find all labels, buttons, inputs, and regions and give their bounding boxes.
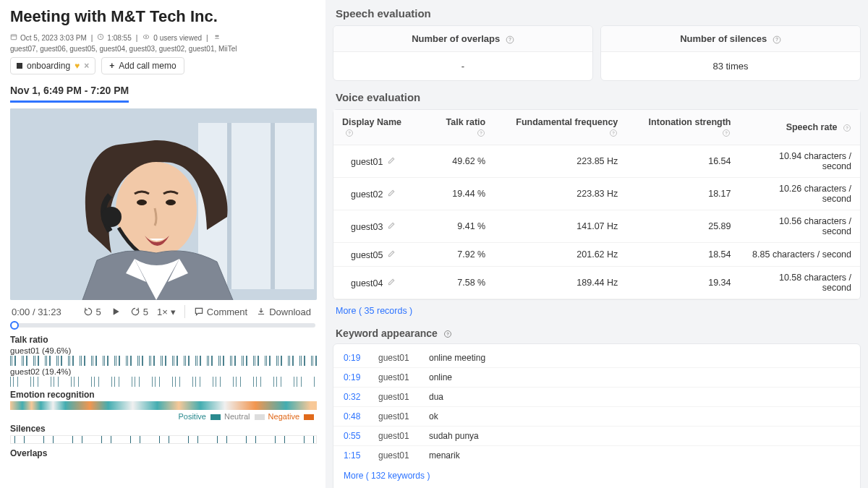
keyword-row[interactable]: 0:48guest01ok	[333, 406, 860, 426]
keyword-user: guest01	[378, 372, 416, 382]
help-icon[interactable]: ?	[443, 329, 452, 338]
plus-icon: +	[109, 61, 114, 71]
card-overlaps-head: Number of overlaps	[412, 33, 500, 44]
play-button[interactable]	[107, 304, 124, 319]
player-time: 0:00 / 31:23	[12, 307, 61, 317]
svg-rect-9	[227, 123, 231, 289]
edit-icon[interactable]	[387, 249, 396, 258]
keyword-row[interactable]: 0:32guest01dua	[333, 387, 860, 406]
close-icon[interactable]: ×	[84, 61, 89, 71]
keyword-time[interactable]: 1:15	[344, 450, 365, 461]
keyword-time[interactable]: 0:55	[344, 431, 365, 441]
keyword-user: guest01	[378, 450, 416, 461]
help-icon[interactable]: ?	[773, 35, 781, 44]
keyword-row[interactable]: 1:15guest01menarik	[333, 445, 860, 465]
meta-row: Oct 5, 2023 3:03 PM | 1:08:55 | 0 users …	[10, 33, 315, 53]
keyword-user: guest01	[378, 411, 416, 421]
add-call-memo-button[interactable]: + Add call memo	[101, 57, 184, 74]
rewind-5-button[interactable]: 5	[80, 305, 104, 319]
speed-label: 1×	[157, 307, 168, 317]
table-row: guest0149.62 %223.85 Hz16.5410.94 charac…	[333, 145, 860, 178]
comment-button[interactable]: Comment	[191, 305, 250, 319]
help-icon[interactable]: ?	[843, 124, 851, 132]
help-icon[interactable]: ?	[722, 129, 731, 137]
timeline-scrubber[interactable]	[10, 323, 315, 328]
download-label: Download	[269, 307, 311, 317]
keyword-text: sudah punya	[429, 431, 479, 441]
svg-rect-10	[271, 123, 275, 289]
rewind-5-label: 5	[96, 307, 101, 317]
svg-text:?: ?	[612, 131, 615, 135]
edit-icon[interactable]	[387, 277, 396, 286]
col-speech-rate: Speech rate ?	[739, 110, 860, 145]
add-memo-label: Add call memo	[119, 61, 176, 71]
keyword-time[interactable]: 0:19	[344, 353, 365, 363]
page-title: Meeting with M&T Tech Inc.	[10, 7, 315, 26]
voice-more-link[interactable]: More ( 35 records )	[333, 300, 861, 320]
overlaps-heading: Overlaps	[10, 448, 315, 458]
col-fundamental-freq: Fundamental frequency ?	[494, 110, 626, 145]
edit-icon[interactable]	[387, 155, 396, 165]
keyword-time[interactable]: 0:19	[344, 372, 365, 382]
legend-neutral: Neutral	[224, 412, 250, 421]
keywords-more-link[interactable]: More ( 132 keywords )	[333, 465, 860, 487]
calendar-icon	[10, 33, 17, 42]
speed-button[interactable]: 1× ▾	[154, 305, 179, 319]
clock-icon	[97, 33, 104, 42]
keyword-appearance-title: Keyword appearance ?	[336, 328, 861, 339]
keyword-user: guest01	[378, 353, 416, 363]
meta-date: Oct 5, 2023 3:03 PM	[20, 34, 87, 42]
table-row: guest047.58 %189.44 Hz19.3410.58 charact…	[333, 267, 860, 299]
keyword-time[interactable]: 0:48	[344, 411, 365, 421]
card-silences-head: Number of silences	[680, 33, 767, 44]
keyword-text: dua	[429, 392, 443, 402]
keyword-text: menarik	[429, 450, 460, 461]
voice-eval-table: Display Name ? Talk ratio ? Fundamental …	[333, 109, 861, 300]
download-button[interactable]: Download	[253, 305, 314, 319]
keyword-row[interactable]: 0:19guest01online	[333, 367, 860, 387]
heart-icon: ♥	[75, 61, 80, 71]
forward-5-button[interactable]: 5	[127, 305, 151, 319]
help-icon[interactable]: ?	[609, 129, 618, 137]
svg-point-15	[166, 200, 176, 205]
table-row: guest057.92 %201.62 Hz18.548.85 characte…	[333, 243, 860, 267]
keyword-row[interactable]: 0:19guest01online meeting	[333, 348, 860, 367]
talk-guest02-label: guest02 (19.4%)	[10, 367, 315, 376]
svg-point-14	[137, 200, 147, 205]
col-display-name: Display Name ?	[333, 110, 424, 145]
svg-point-12	[101, 207, 122, 227]
talk-ratio-heading: Talk ratio	[10, 335, 315, 345]
keyword-user: guest01	[378, 392, 416, 402]
meta-participants: guest07, guest06, guest05, guest04, gues…	[10, 45, 237, 53]
help-icon[interactable]: ?	[345, 129, 354, 137]
svg-text:?: ?	[846, 126, 848, 130]
svg-text:?: ?	[446, 332, 449, 336]
forward-5-label: 5	[143, 307, 148, 317]
card-overlaps-value: -	[333, 52, 592, 80]
talk-guest01-wave	[10, 356, 317, 366]
edit-icon[interactable]	[387, 188, 396, 197]
talk-guest02-wave	[10, 377, 317, 387]
svg-point-4	[145, 36, 147, 38]
edit-icon[interactable]	[387, 221, 396, 230]
keyword-time[interactable]: 0:32	[344, 392, 365, 402]
chevron-down-icon: ▾	[171, 307, 176, 317]
voice-eval-title: Voice evaluation	[336, 91, 861, 103]
help-icon[interactable]: ?	[477, 129, 485, 137]
talk-guest01-label: guest01 (49.6%)	[10, 346, 315, 355]
meta-views: 0 users viewed	[153, 34, 202, 42]
speech-eval-title: Speech evaluation	[336, 7, 861, 20]
tag-onboarding[interactable]: onboarding ♥ ×	[10, 57, 95, 74]
keyword-text: online meeting	[429, 353, 485, 363]
help-icon[interactable]: ?	[506, 35, 514, 44]
card-silences-value: 83 times	[601, 52, 860, 80]
video-player[interactable]	[10, 108, 317, 300]
svg-point-6	[217, 35, 219, 38]
swatch-neutral	[255, 414, 265, 420]
timeline-handle[interactable]	[10, 321, 19, 330]
svg-point-5	[215, 35, 217, 38]
tab-timestamp[interactable]: Nov 1, 6:49 PM - 7:20 PM	[10, 82, 129, 103]
keyword-row[interactable]: 0:55guest01sudah punya	[333, 426, 860, 445]
silences-wave	[10, 435, 317, 444]
swatch-positive	[210, 414, 221, 420]
